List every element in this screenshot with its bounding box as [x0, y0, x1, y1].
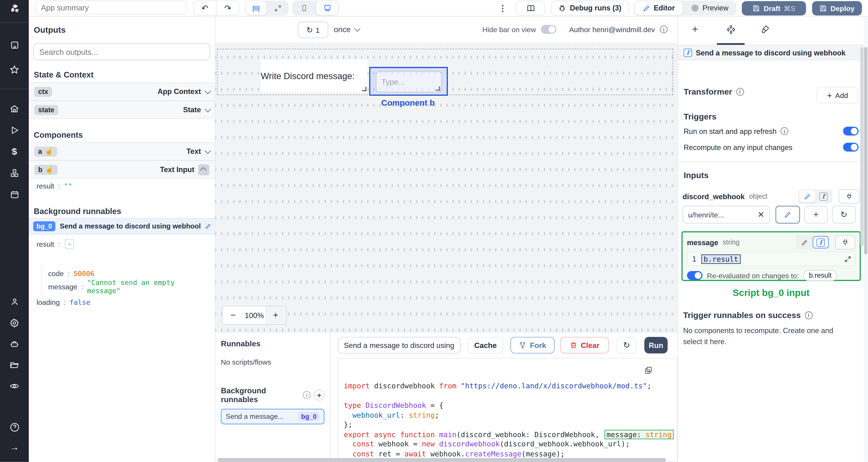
undo-button[interactable]: ↶ — [193, 1, 217, 15]
canvas-container[interactable]: Write Discord message: Type... — [217, 48, 673, 95]
info-icon[interactable]: i — [660, 26, 668, 33]
deploy-button[interactable]: Deploy — [812, 1, 862, 16]
fork-button[interactable]: Fork — [510, 337, 555, 354]
mobile-view-button[interactable] — [292, 1, 316, 15]
resize-handle[interactable] — [436, 86, 440, 91]
eval-mode-button[interactable]: f — [815, 190, 831, 203]
audit-eye-icon[interactable] — [0, 381, 29, 391]
eval-mode-button[interactable]: f — [812, 236, 829, 249]
bg0-result-row[interactable]: result : - — [37, 239, 74, 249]
chevron-down-icon[interactable] — [205, 147, 211, 154]
run-on-start-label: Run on start and app refresh — [684, 127, 777, 135]
left-nav-rail: $ → — [0, 0, 29, 462]
collapse-result-button[interactable]: - — [65, 239, 74, 249]
panel-scrollbar[interactable] — [860, 47, 864, 246]
textinput-component-b-selected[interactable]: Type... — [369, 67, 448, 96]
add-transformer-button[interactable]: +Add — [816, 87, 859, 104]
output-row-state[interactable]: state State — [29, 101, 215, 119]
variables-dollar-icon[interactable]: $ — [0, 146, 29, 158]
output-row-ctx[interactable]: ctx App Context — [29, 82, 215, 101]
insert-component-tab[interactable]: + — [692, 23, 698, 36]
page-scrollbar[interactable] — [864, 16, 868, 462]
users-person-icon[interactable] — [0, 297, 29, 306]
resources-cubes-icon[interactable] — [0, 168, 29, 178]
styling-tab[interactable] — [760, 24, 770, 34]
expand-editor-icon[interactable] — [844, 255, 851, 262]
static-mode-button[interactable] — [797, 236, 813, 249]
chevron-down-icon[interactable] — [205, 88, 211, 94]
edit-resource-button[interactable] — [776, 206, 800, 224]
workspace-icon[interactable] — [0, 40, 29, 50]
search-outputs-input[interactable] — [33, 43, 210, 60]
refresh-code-button[interactable]: ↻ — [617, 337, 637, 354]
reeval-toggle[interactable] — [687, 271, 703, 280]
resize-handle[interactable] — [362, 87, 367, 91]
desktop-view-button[interactable] — [315, 1, 339, 15]
workers-robot-icon[interactable] — [0, 339, 29, 349]
state-badge: state — [34, 105, 58, 115]
chevron-down-icon[interactable] — [205, 106, 211, 112]
cache-button[interactable]: Cache — [468, 337, 503, 354]
info-icon[interactable]: i — [780, 127, 788, 135]
text-input-b[interactable]: Type... — [376, 71, 442, 92]
debug-runs-button[interactable]: Debug runs (3) — [551, 1, 629, 15]
app-canvas[interactable]: Write Discord message: Type... Component… — [215, 42, 678, 332]
info-icon[interactable]: i — [303, 391, 311, 399]
redo-button[interactable]: ↷ — [216, 1, 240, 15]
home-icon[interactable] — [0, 104, 29, 114]
copy-icon[interactable] — [644, 366, 653, 374]
bg0-output-row[interactable]: bg_0 Send a message to discord using web… — [29, 218, 215, 235]
editor-tab[interactable]: Editor — [634, 1, 683, 15]
message-expression-editor[interactable]: 1 b.result — [687, 252, 855, 266]
top-toolbar: ↶ ↷ |0| ⋮ Debug runs (3) — [29, 0, 868, 16]
collapse-chevron-button[interactable] — [198, 164, 209, 175]
bg0-message-row: message : "Cannot send an empty message" — [48, 280, 209, 293]
bg0-runnable-item-selected[interactable]: Send a message... bg_0 — [221, 409, 324, 424]
component-row-b[interactable]: b☝ Text Input — [29, 160, 215, 179]
recompute-toggle[interactable] — [843, 143, 859, 152]
run-button[interactable]: Run — [644, 337, 668, 354]
docs-button[interactable] — [516, 1, 545, 15]
run-on-start-toggle[interactable] — [843, 127, 859, 135]
add-background-runnable-button[interactable]: + — [314, 390, 324, 401]
loading-key: loading — [37, 298, 60, 306]
webhook-resource-input[interactable]: u/henri/te... ✕ — [683, 206, 770, 224]
zoom-out-button[interactable]: − — [223, 306, 244, 324]
component-settings-tab[interactable] — [726, 24, 736, 35]
clear-x-icon[interactable]: ✕ — [757, 209, 765, 220]
help-question-icon[interactable] — [0, 422, 29, 432]
runs-play-icon[interactable] — [0, 126, 29, 135]
settings-gear-icon[interactable] — [0, 318, 29, 328]
refresh-resource-button[interactable]: ↻ — [832, 206, 856, 224]
favorites-star-icon[interactable] — [0, 65, 29, 75]
schedules-calendar-icon[interactable] — [0, 190, 29, 199]
draft-button[interactable]: Draft ⌘S — [742, 1, 806, 16]
runnable-name-input[interactable] — [338, 337, 461, 354]
code-editor[interactable]: import discordwebhook from "https://deno… — [338, 358, 678, 462]
refresh-mode-dropdown[interactable]: once — [334, 22, 359, 37]
collapse-arrow-icon[interactable]: → — [0, 442, 29, 453]
zoom-in-button[interactable]: + — [265, 306, 286, 324]
edit-pencil-icon[interactable] — [205, 223, 211, 230]
preview-tab[interactable]: Preview — [683, 1, 736, 15]
app-summary-input[interactable] — [35, 1, 187, 14]
centered-layout-button[interactable]: |0| — [245, 1, 267, 15]
static-mode-button[interactable] — [799, 190, 815, 203]
reeval-target-pill[interactable]: b.result — [803, 270, 837, 281]
info-icon[interactable]: i — [805, 311, 812, 319]
clear-button[interactable]: Clear — [560, 337, 609, 354]
windmill-logo[interactable] — [0, 3, 29, 15]
text-component-a[interactable]: Write Discord message: — [261, 60, 368, 93]
b-result-row[interactable]: result : "" — [37, 182, 72, 190]
more-menu-button[interactable]: ⋮ — [498, 1, 508, 15]
component-row-a[interactable]: a☝ Text — [29, 142, 215, 160]
refresh-count-button[interactable]: ↻ 1 — [298, 22, 328, 38]
connect-plug-button[interactable] — [835, 235, 855, 250]
runnable-header: f Send a message to discord using webhoo… — [678, 45, 864, 60]
horizontal-scrollbar[interactable] — [218, 458, 666, 462]
fullscreen-button[interactable] — [267, 1, 288, 15]
folders-icon[interactable] — [0, 360, 29, 370]
connect-plug-button[interactable] — [839, 189, 860, 204]
add-resource-button[interactable]: + — [804, 206, 828, 224]
hide-bar-toggle[interactable] — [541, 25, 556, 34]
